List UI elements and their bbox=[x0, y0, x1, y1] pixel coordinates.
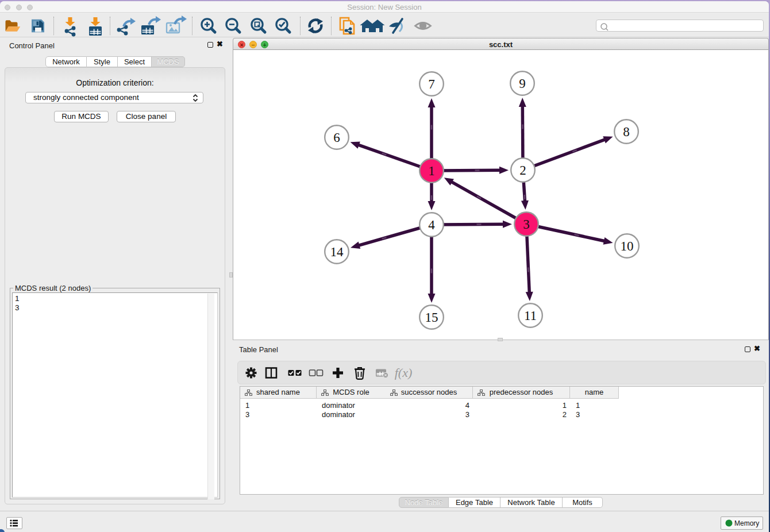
svg-text:10: 10 bbox=[621, 239, 634, 253]
svg-text:14: 14 bbox=[330, 245, 344, 259]
svg-text:15: 15 bbox=[425, 310, 438, 325]
svg-text:f(x): f(x) bbox=[395, 365, 413, 380]
svg-text:3: 3 bbox=[523, 217, 530, 232]
svg-text:6: 6 bbox=[333, 130, 340, 145]
svg-text:8: 8 bbox=[623, 125, 630, 139]
svg-text:7: 7 bbox=[428, 77, 435, 91]
svg-text:1: 1 bbox=[428, 164, 435, 178]
svg-text:9: 9 bbox=[519, 76, 526, 91]
svg-text:11: 11 bbox=[524, 309, 537, 323]
svg-text:2: 2 bbox=[519, 163, 526, 178]
svg-text:4: 4 bbox=[428, 218, 435, 232]
